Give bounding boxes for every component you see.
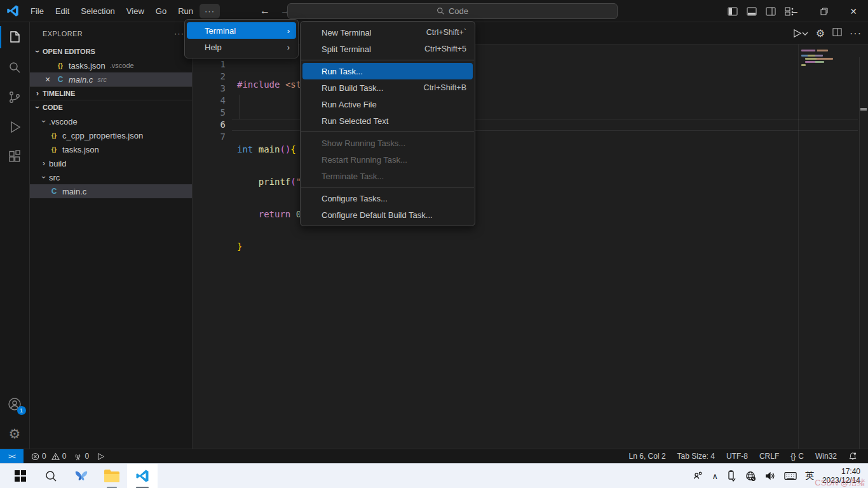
tree-file-c-cpp-properties[interactable]: {} c_cpp_properties.json	[30, 128, 192, 142]
toggle-panel-icon[interactable]	[747, 6, 757, 17]
chevron-down-icon: ›	[39, 172, 48, 182]
settings-gear-icon[interactable]: ⚙	[0, 419, 30, 449]
run-file-icon[interactable]	[792, 29, 808, 38]
tray-chevron-up-icon[interactable]: ∧	[712, 471, 718, 481]
taskbar-file-explorer[interactable]	[97, 464, 127, 488]
taskbar-search[interactable]	[36, 464, 66, 488]
close-icon[interactable]: ✕	[43, 76, 53, 84]
menu-item-configure-default-build-task[interactable]: Configure Default Build Task...	[302, 207, 473, 223]
split-editor-icon[interactable]	[832, 27, 842, 39]
explorer-more-actions[interactable]: ···	[174, 29, 184, 38]
search-icon	[44, 470, 57, 482]
touch-keyboard-icon[interactable]	[784, 471, 797, 481]
chevron-down-icon: ›	[33, 46, 42, 57]
menu-item-split-terminal[interactable]: Split Terminal Ctrl+Shift+5	[302, 41, 473, 57]
c-file-icon: C	[49, 187, 59, 196]
butterfly-app-icon	[74, 468, 89, 484]
notifications-bell[interactable]	[843, 449, 863, 463]
minimize-button[interactable]: –	[780, 0, 810, 22]
code-section-header[interactable]: › CODE	[30, 100, 192, 114]
menu-item-new-terminal[interactable]: New Terminal Ctrl+Shift+`	[302, 24, 473, 41]
clock-time: 17:40	[822, 467, 860, 476]
menu-view[interactable]: View	[121, 4, 149, 18]
explorer-icon[interactable]	[0, 22, 30, 52]
source-control-icon[interactable]	[0, 82, 30, 112]
menu-item-run-task[interactable]: Run Task...	[302, 63, 473, 79]
menu-item-run-active-file[interactable]: Run Active File	[302, 96, 473, 112]
run-debug-icon[interactable]	[0, 112, 30, 142]
system-tray: ∧ 英 17:40 2023/12/14 CSDN @浩绪	[692, 467, 868, 485]
ime-indicator[interactable]: 英	[805, 470, 814, 482]
open-editor-tasks-json[interactable]: {} tasks.json .vscode	[30, 58, 192, 72]
cursor-position[interactable]: Ln 6, Col 2	[623, 449, 672, 463]
open-editors-header[interactable]: › OPEN EDITORS	[30, 44, 192, 58]
json-file-icon: {}	[49, 132, 59, 139]
encoding[interactable]: UTF-8	[721, 449, 754, 463]
explorer-sidebar: EXPLORER ··· › OPEN EDITORS {} tasks.jso…	[30, 22, 193, 449]
timeline-header[interactable]: › TIMELINE	[30, 86, 192, 100]
chevron-down-icon: ›	[33, 102, 42, 112]
speaker-icon[interactable]	[764, 470, 776, 482]
menu-selection[interactable]: Selection	[76, 4, 119, 18]
start-button[interactable]	[5, 464, 36, 488]
code-content: #include <std int main(){ printf("H retu…	[237, 58, 307, 306]
menu-item-restart-running-task: Restart Running Task...	[302, 151, 473, 168]
taskbar-vscode[interactable]	[127, 464, 158, 488]
braces-icon: {}	[790, 452, 796, 461]
eol-sequence[interactable]: CRLF	[754, 449, 785, 463]
tree-folder-vscode[interactable]: › .vscode	[30, 114, 192, 128]
menu-item-configure-tasks[interactable]: Configure Tasks...	[302, 190, 473, 207]
taskbar-clock[interactable]: 17:40 2023/12/14	[822, 467, 860, 485]
taskbar-browser-app[interactable]	[66, 464, 97, 488]
menu-item-run-build-task[interactable]: Run Build Task... Ctrl+Shift+B	[302, 79, 473, 96]
account-icon[interactable]: 1	[0, 389, 30, 419]
close-button[interactable]: ✕	[839, 0, 868, 22]
menu-run[interactable]: Run	[173, 4, 198, 18]
chevron-right-icon: ›	[39, 159, 49, 168]
menu-item-run-selected-text[interactable]: Run Selected Text	[302, 112, 473, 129]
problems-status[interactable]: 0 0	[27, 449, 70, 463]
debug-status[interactable]	[93, 449, 109, 463]
tree-folder-src[interactable]: › src	[30, 170, 192, 184]
open-editor-main-c[interactable]: ✕ C main.c src	[30, 72, 192, 86]
search-placeholder: Code	[449, 6, 468, 16]
sidebar-title: EXPLORER	[43, 30, 174, 37]
people-icon[interactable]	[692, 470, 703, 482]
usb-device-icon[interactable]	[726, 470, 736, 482]
platform-indicator[interactable]: Win32	[810, 449, 843, 463]
more-actions-icon[interactable]: ···	[850, 28, 862, 39]
extensions-icon[interactable]	[0, 142, 30, 172]
search-view-icon[interactable]	[0, 52, 30, 82]
menubar: File Edit Selection View Go Run ···	[25, 0, 220, 22]
toggle-secondary-sidebar-icon[interactable]	[766, 6, 776, 17]
network-globe-icon[interactable]	[745, 470, 756, 482]
code-line-6: }	[237, 241, 307, 253]
command-center-search[interactable]: Code	[287, 3, 618, 19]
tree-folder-build[interactable]: › build	[30, 156, 192, 170]
menu-edit[interactable]: Edit	[50, 4, 74, 18]
minimap[interactable]	[798, 44, 859, 449]
menu-item-terminal[interactable]: Terminal ›	[187, 22, 296, 39]
ports-status[interactable]: 0	[70, 449, 93, 463]
language-mode[interactable]: {}C	[785, 449, 810, 463]
restore-button[interactable]	[810, 0, 839, 22]
menu-file[interactable]: File	[25, 4, 49, 18]
remote-indicator[interactable]: ><	[0, 449, 24, 463]
code-line-5: return 0;	[237, 208, 307, 220]
run-settings-gear-icon[interactable]: ⚙	[816, 27, 825, 39]
menu-item-help[interactable]: Help ›	[187, 39, 296, 55]
menu-separator	[301, 60, 474, 60]
windows-taskbar: ∧ 英 17:40 2023/12/14 CSDN @浩绪	[0, 463, 868, 488]
toggle-sidebar-icon[interactable]	[728, 6, 738, 17]
tree-file-main-c[interactable]: C main.c	[30, 184, 192, 198]
back-arrow-icon[interactable]: ←	[260, 5, 270, 17]
vscode-logo-icon	[6, 4, 20, 18]
code-line-2	[237, 111, 307, 123]
tree-file-tasks-json[interactable]: {} tasks.json	[30, 142, 192, 156]
indentation[interactable]: Tab Size: 4	[672, 449, 721, 463]
code-editor[interactable]: 1 2 3 4 5 6 7 #include <std int main(){ …	[193, 44, 868, 449]
menu-more-button[interactable]: ···	[200, 4, 220, 18]
json-file-icon: {}	[49, 146, 59, 153]
editor-scrollbar[interactable]	[859, 57, 868, 449]
menu-go[interactable]: Go	[151, 4, 172, 18]
